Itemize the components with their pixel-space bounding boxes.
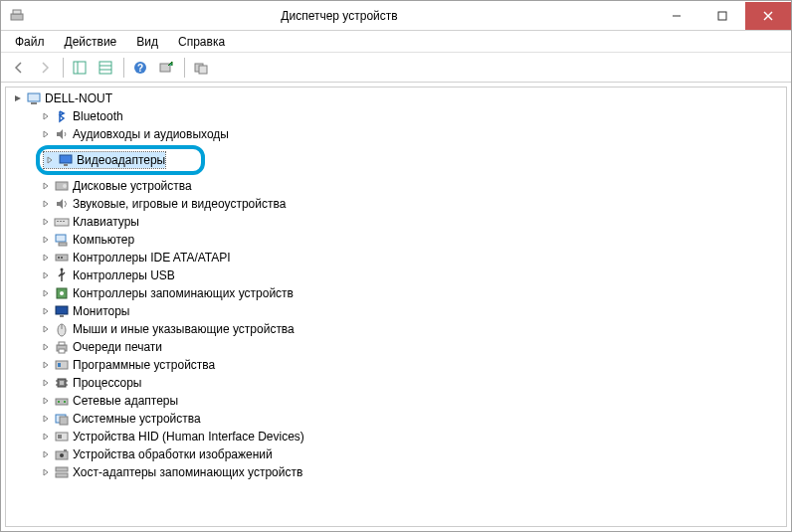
tree-item[interactable]: Клавиатуры xyxy=(6,213,786,231)
svg-point-31 xyxy=(61,268,64,271)
software-icon xyxy=(54,357,70,373)
forward-button[interactable] xyxy=(33,56,57,80)
svg-rect-0 xyxy=(11,14,23,20)
tree-item[interactable]: Контроллеры USB xyxy=(6,266,786,284)
svg-rect-55 xyxy=(58,435,62,439)
properties-button[interactable] xyxy=(94,56,117,80)
expand-icon[interactable] xyxy=(40,198,52,210)
keyboard-icon xyxy=(54,214,70,230)
svg-rect-8 xyxy=(99,62,111,74)
show-hidden-button[interactable] xyxy=(189,56,213,80)
expand-icon[interactable] xyxy=(40,110,52,122)
menu-action[interactable]: Действие xyxy=(55,33,127,51)
tree-item[interactable]: Очереди печати xyxy=(6,338,786,356)
minimize-button[interactable] xyxy=(654,2,699,30)
svg-rect-42 xyxy=(58,363,61,367)
tree-item[interactable]: Устройства обработки изображений xyxy=(6,445,786,463)
maximize-button[interactable] xyxy=(699,2,745,30)
menu-help[interactable]: Справка xyxy=(168,33,235,51)
ide-icon xyxy=(54,250,70,266)
tree-item[interactable]: Дисковые устройства xyxy=(6,177,786,195)
svg-rect-29 xyxy=(58,257,60,259)
tree-item-label: Сетевые адаптеры xyxy=(73,394,178,408)
tree-item-label: Хост-адаптеры запоминающих устройств xyxy=(73,465,302,479)
expand-icon[interactable] xyxy=(40,359,52,371)
expand-icon[interactable] xyxy=(40,269,52,281)
svg-rect-50 xyxy=(58,401,60,403)
expand-icon[interactable] xyxy=(40,128,52,140)
expand-icon[interactable] xyxy=(40,341,52,353)
expand-icon[interactable] xyxy=(40,377,52,389)
tree-item[interactable]: Мыши и иные указывающие устройства xyxy=(6,320,786,338)
tree-item[interactable]: Системные устройства xyxy=(6,410,786,428)
expand-icon[interactable] xyxy=(40,234,52,246)
expand-icon[interactable] xyxy=(40,466,52,478)
tree-item-label: Системные устройства xyxy=(73,412,201,426)
tree-item-label: Звуковые, игровые и видеоустройства xyxy=(73,197,286,211)
tree-item[interactable]: Контроллеры запоминающих устройств xyxy=(6,284,786,302)
tree-item-label: Контроллеры USB xyxy=(73,268,175,282)
tree-item[interactable]: Устройства HID (Human Interface Devices) xyxy=(6,428,786,445)
bluetooth-icon xyxy=(54,108,70,124)
tree-item-label: Устройства обработки изображений xyxy=(73,447,273,461)
expand-icon[interactable] xyxy=(40,323,52,335)
tree-root[interactable]: DELL-NOUT xyxy=(6,89,786,107)
show-hide-tree-button[interactable] xyxy=(68,56,92,80)
sound-icon xyxy=(54,196,70,212)
tree-item[interactable]: Аудиовходы и аудиовыходы xyxy=(6,125,786,143)
svg-rect-35 xyxy=(60,315,64,317)
mouse-icon xyxy=(54,321,70,337)
expand-icon[interactable] xyxy=(40,431,52,443)
menu-file[interactable]: Файл xyxy=(5,33,55,51)
tree-item[interactable]: Звуковые, игровые и видеоустройства xyxy=(6,195,786,213)
tree-item[interactable]: Bluetooth xyxy=(6,107,786,125)
toolbar-separator xyxy=(123,58,124,78)
help-button[interactable]: ? xyxy=(128,56,152,80)
tree-item[interactable]: Компьютер xyxy=(6,231,786,249)
back-button[interactable] xyxy=(7,56,31,80)
expand-icon[interactable] xyxy=(40,252,52,264)
tree-item[interactable]: Мониторы xyxy=(6,302,786,320)
highlighted-item: Видеоадаптеры xyxy=(36,145,205,175)
tree-item[interactable]: Контроллеры IDE ATA/ATAPI xyxy=(6,249,786,266)
svg-rect-41 xyxy=(56,361,68,369)
expand-icon[interactable] xyxy=(40,305,52,317)
scan-hardware-button[interactable] xyxy=(154,56,178,80)
expand-icon[interactable] xyxy=(40,180,52,192)
toolbar-separator xyxy=(184,58,185,78)
svg-text:?: ? xyxy=(137,63,143,74)
toolbar-separator xyxy=(63,58,64,78)
tree-item[interactable]: Сетевые адаптеры xyxy=(6,392,786,410)
close-button[interactable] xyxy=(745,2,791,30)
expand-icon[interactable] xyxy=(44,154,56,166)
svg-rect-59 xyxy=(56,467,68,471)
tree-item[interactable]: Программные устройства xyxy=(6,356,786,374)
tree-item[interactable]: Видеоадаптеры xyxy=(44,152,165,168)
tree-item[interactable]: Хост-адаптеры запоминающих устройств xyxy=(6,463,786,481)
svg-rect-27 xyxy=(59,243,67,246)
tree-item-label: Клавиатуры xyxy=(73,215,139,229)
toolbar: ? xyxy=(1,53,791,83)
device-tree[interactable]: DELL-NOUT BluetoothАудиовходы и аудиовых… xyxy=(5,87,787,527)
svg-rect-17 xyxy=(31,102,37,104)
tree-item-label: Аудиовходы и аудиовыходы xyxy=(73,127,229,141)
tree-item-label: Программные устройства xyxy=(73,358,215,372)
expand-icon[interactable] xyxy=(40,448,52,460)
svg-rect-58 xyxy=(64,449,67,451)
collapse-icon[interactable] xyxy=(12,92,24,104)
expand-icon[interactable] xyxy=(40,395,52,407)
svg-rect-49 xyxy=(56,399,68,405)
expand-icon[interactable] xyxy=(40,216,52,228)
tree-item-label: Мониторы xyxy=(73,304,129,318)
expand-icon[interactable] xyxy=(40,287,52,299)
root-label: DELL-NOUT xyxy=(45,91,112,105)
audio-icon xyxy=(54,126,70,142)
svg-rect-53 xyxy=(60,417,68,425)
menu-view[interactable]: Вид xyxy=(126,33,168,51)
cpu-icon xyxy=(54,375,70,391)
expand-icon[interactable] xyxy=(40,413,52,425)
tree-item[interactable]: Процессоры xyxy=(6,374,786,392)
svg-rect-39 xyxy=(59,342,65,345)
svg-rect-24 xyxy=(60,221,62,222)
svg-rect-18 xyxy=(60,155,72,163)
